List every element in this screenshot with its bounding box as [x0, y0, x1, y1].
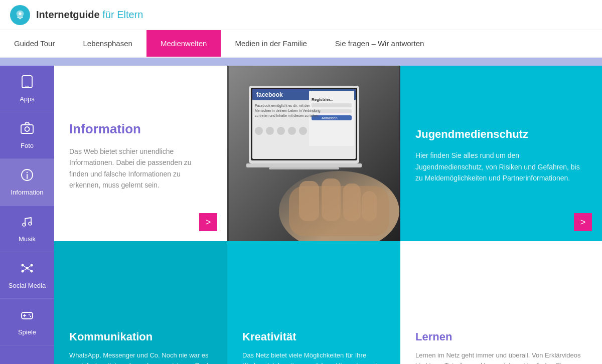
kommunikation-text: WhatsApp, Messenger und Co. Noch nie war…: [69, 350, 212, 364]
information-text: Das Web bietet schier unendliche Informa…: [69, 146, 212, 191]
decorative-band: [0, 58, 602, 66]
apps-icon: [20, 75, 34, 92]
information-title: Information: [69, 121, 212, 137]
sidebar-item-musik[interactable]: Musik: [0, 206, 54, 252]
nav-sie-fragen[interactable]: Sie fragen – Wir antworten: [321, 30, 438, 57]
svg-text:Anmelden: Anmelden: [322, 116, 338, 120]
svg-rect-3: [21, 125, 33, 133]
sidebar-item-apps[interactable]: Apps: [0, 66, 54, 112]
panel-lernen[interactable]: Lernen Lernen im Netz geht immer und übe…: [400, 241, 602, 364]
svg-text:Facebook ermöglicht es dir, mi: Facebook ermöglicht es dir, mit den: [255, 104, 311, 108]
svg-point-41: [277, 127, 285, 135]
spiele-label: Spiele: [18, 328, 36, 336]
svg-text:facebook: facebook: [256, 91, 283, 98]
svg-point-39: [255, 127, 263, 135]
sidebar-item-social-media[interactable]: Social Media: [0, 252, 54, 299]
svg-rect-51: [362, 191, 377, 221]
panel-kommunikation[interactable]: Kommunikation WhatsApp, Messenger und Co…: [54, 241, 227, 364]
nav-medienwelten[interactable]: Medienwelten: [146, 30, 221, 57]
nav-guided-tour[interactable]: Guided Tour: [0, 30, 69, 57]
svg-rect-49: [322, 178, 341, 221]
svg-point-42: [288, 127, 296, 135]
logo-icon: [10, 5, 30, 25]
sidebar-item-information[interactable]: Information: [0, 159, 54, 206]
svg-line-17: [23, 268, 27, 271]
jugendmedienschutz-text: Hier finden Sie alles rund um den Jugend…: [415, 150, 587, 184]
svg-point-43: [299, 127, 307, 135]
svg-line-15: [23, 265, 27, 268]
svg-line-16: [27, 265, 32, 268]
svg-text:Registrier...: Registrier...: [312, 97, 334, 102]
jugendmedienschutz-title: Jugendmedienschutz: [415, 128, 587, 141]
photo-background: facebook Registrier... Anmelden Facebook…: [227, 66, 400, 241]
svg-point-40: [266, 127, 274, 135]
svg-point-22: [29, 314, 30, 315]
nav-medien-familie[interactable]: Medien in der Familie: [221, 30, 321, 57]
main-layout: Apps Foto Information: [0, 66, 602, 364]
musik-icon: [20, 215, 34, 232]
svg-point-4: [25, 127, 30, 131]
logo-text: Internetguide für Eltern: [36, 9, 143, 21]
svg-rect-50: [343, 184, 361, 221]
svg-text:Menschen in deinem Leben in Ve: Menschen in deinem Leben in Verbindung: [255, 109, 321, 113]
svg-text:zu treten und Inhalte mit dies: zu treten und Inhalte mit diesen zu teil…: [255, 114, 319, 117]
social-media-label: Social Media: [9, 282, 46, 289]
panel-information[interactable]: Information Das Web bietet schier unendl…: [54, 66, 227, 241]
svg-point-23: [30, 316, 31, 317]
svg-point-6: [27, 172, 28, 173]
svg-line-18: [27, 268, 32, 271]
svg-rect-2: [25, 86, 29, 87]
panel-jugendmedienschutz[interactable]: Jugendmedienschutz Hier finden Sie alles…: [400, 66, 602, 241]
lernen-title: Lernen: [415, 330, 587, 343]
content-grid: Information Das Web bietet schier unendl…: [54, 66, 602, 364]
sidebar: Apps Foto Information: [0, 66, 54, 364]
kommunikation-title: Kommunikation: [69, 330, 212, 343]
foto-icon: [20, 121, 34, 139]
information-arrow[interactable]: >: [199, 213, 217, 231]
svg-rect-45: [269, 167, 339, 169]
information-icon: [20, 168, 34, 186]
foto-label: Foto: [21, 142, 34, 149]
lernen-text: Lernen im Netz geht immer und überall. V…: [415, 350, 587, 364]
spiele-icon: [20, 308, 34, 325]
main-nav: Guided Tour Lebensphasen Medienwelten Me…: [0, 30, 602, 58]
panel-photo: facebook Registrier... Anmelden Facebook…: [227, 66, 400, 241]
jugendmedienschutz-arrow[interactable]: >: [574, 213, 592, 231]
kreativitaet-title: Kreativität: [242, 330, 385, 343]
apps-label: Apps: [20, 95, 35, 103]
svg-rect-48: [299, 181, 319, 221]
sidebar-item-spiele[interactable]: Spiele: [0, 299, 54, 345]
musik-label: Musik: [19, 235, 36, 243]
kreativitaet-text: Das Netz bietet viele Möglichkeiten für …: [242, 350, 385, 364]
panel-kreativitaet[interactable]: Kreativität Das Netz bietet viele Möglic…: [227, 241, 400, 364]
information-label: Information: [11, 189, 43, 196]
social-media-icon: [20, 261, 34, 279]
svg-rect-32: [312, 103, 352, 107]
nav-lebensphasen[interactable]: Lebensphasen: [69, 30, 146, 57]
header: Internetguide für Eltern: [0, 0, 602, 30]
sidebar-item-foto[interactable]: Foto: [0, 112, 54, 159]
svg-point-0: [19, 12, 22, 15]
svg-rect-44: [246, 163, 362, 167]
